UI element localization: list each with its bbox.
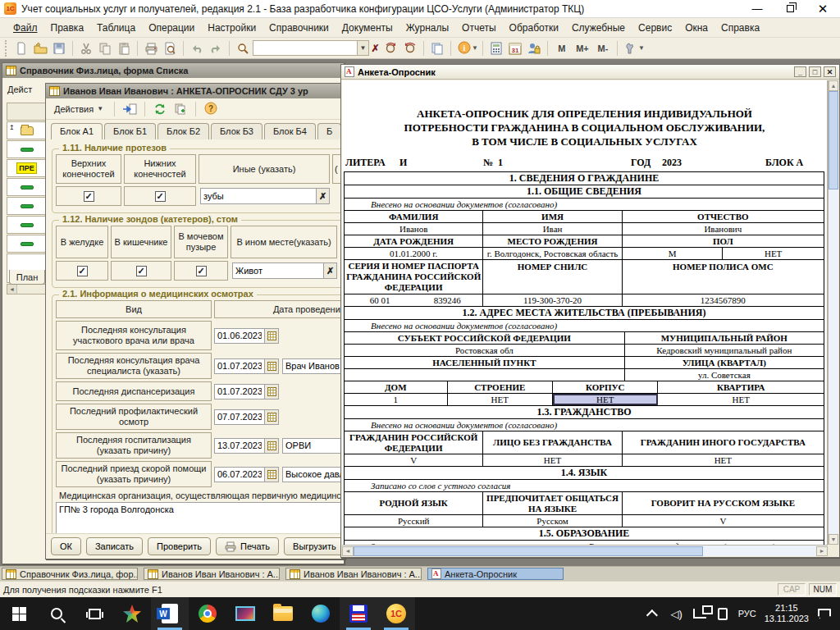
check-button[interactable]: Проверить: [148, 537, 211, 555]
chrome-app-button[interactable]: [189, 597, 226, 630]
wintab-catalog[interactable]: Справочник Физ.лица, фор...: [2, 568, 138, 580]
close-icon[interactable]: ✕: [817, 3, 829, 15]
list-item[interactable]: [7, 178, 47, 196]
print-button[interactable]: Печать: [216, 537, 279, 555]
language-indicator[interactable]: РУС: [738, 609, 756, 619]
year-value[interactable]: 2023: [662, 157, 682, 169]
list-horizontal-scrollbar[interactable]: ◄: [7, 284, 47, 294]
info-dropdown-icon[interactable]: ▼: [472, 44, 478, 52]
list-actions-button[interactable]: Дейст: [7, 84, 32, 94]
ok-button[interactable]: ОК: [51, 537, 81, 555]
list-item[interactable]: [7, 197, 47, 215]
game-app-button[interactable]: [113, 597, 151, 630]
list-item[interactable]: [7, 235, 47, 253]
scroll-down-icon[interactable]: ▼: [829, 534, 838, 545]
copy-new-icon[interactable]: [171, 100, 189, 118]
clear-icon[interactable]: ✗: [317, 188, 330, 204]
open-icon[interactable]: [31, 39, 49, 57]
snils-value[interactable]: 119-300-370-20: [483, 294, 622, 306]
print-icon[interactable]: [142, 39, 160, 57]
exam-date-input[interactable]: [214, 358, 265, 374]
passport-value[interactable]: 60 01839246: [345, 294, 483, 306]
start-button[interactable]: [0, 597, 38, 630]
upper-limbs-checkbox[interactable]: ✓: [84, 191, 94, 202]
number-value[interactable]: 1: [498, 157, 503, 169]
stateless-value[interactable]: НЕТ: [483, 454, 622, 466]
restore-icon[interactable]: [784, 3, 796, 15]
bladder-checkbox[interactable]: ✓: [196, 266, 207, 276]
list-item[interactable]: [7, 216, 47, 234]
menu-service-funcs[interactable]: Служебные: [565, 20, 632, 36]
save-icon[interactable]: [50, 39, 68, 57]
scroll-left-icon[interactable]: ◄: [342, 546, 354, 556]
toolbar-grip[interactable]: [5, 40, 8, 57]
phone-link-button[interactable]: [715, 608, 730, 620]
building-value[interactable]: НЕТ: [448, 394, 553, 405]
word-app-button[interactable]: [151, 597, 189, 630]
menu-documents[interactable]: Документы: [336, 20, 399, 36]
memory-minus-button[interactable]: М-: [593, 43, 613, 53]
list-up-row[interactable]: ↥: [7, 121, 47, 139]
explorer-app-button[interactable]: [264, 597, 302, 630]
report-maximize-icon[interactable]: □: [809, 66, 821, 77]
calendar-picker-icon[interactable]: [265, 358, 279, 374]
menu-help[interactable]: Справка: [714, 20, 766, 36]
find-prev-icon[interactable]: [401, 39, 419, 57]
notification-center-button[interactable]: [817, 609, 832, 619]
plan-tab[interactable]: План: [9, 270, 45, 285]
scroll-up-icon[interactable]: ▲: [829, 80, 838, 91]
edge-app-button[interactable]: [302, 597, 340, 630]
family-value[interactable]: Иванов: [345, 223, 483, 235]
tab-block-a1[interactable]: Блок А1: [51, 123, 103, 139]
vertical-scroll-thumb[interactable]: [829, 91, 838, 189]
sex-male-value[interactable]: М: [623, 248, 724, 259]
wintab-report-active[interactable]: Анкета-Опросник: [427, 568, 564, 580]
calendar-picker-icon[interactable]: [265, 467, 279, 482]
minimize-icon[interactable]: —: [751, 3, 763, 15]
refresh-icon[interactable]: [151, 100, 169, 118]
oms-value[interactable]: 1234567890: [623, 294, 824, 306]
redo-icon[interactable]: [207, 39, 225, 57]
exam-date-input[interactable]: [214, 467, 265, 482]
med-org-textarea[interactable]: ГП№ 3 города Волгодонска: [56, 502, 345, 533]
wintab-ivanov-2[interactable]: Иванов Иван Иванович : А...: [285, 568, 422, 580]
user-lock-icon[interactable]: [525, 39, 543, 57]
wintab-ivanov-1[interactable]: Иванов Иван Иванович : А...: [144, 568, 280, 580]
calendar-picker-icon[interactable]: [265, 409, 279, 425]
exam-extra-input[interactable]: [282, 438, 345, 454]
horizontal-scrollbar[interactable]: ◄ ►: [342, 545, 828, 556]
tab-block-b5[interactable]: Б: [317, 123, 341, 139]
district-value[interactable]: Кедровский муниципальный район: [625, 345, 824, 356]
search-input[interactable]: [253, 40, 358, 56]
info-icon[interactable]: i: [455, 39, 473, 57]
scroll-right-icon[interactable]: ►: [816, 546, 828, 556]
help-icon[interactable]: ?: [202, 100, 220, 118]
report-minimize-icon[interactable]: _: [794, 66, 806, 77]
patronymic-value[interactable]: Иванович: [623, 223, 824, 235]
service-dropdown-icon[interactable]: ▼: [638, 44, 645, 52]
preferred-language-value[interactable]: Русском: [483, 515, 622, 527]
memory-button[interactable]: М: [552, 43, 572, 53]
menu-service[interactable]: Сервис: [632, 20, 678, 36]
birthdate-value[interactable]: 01.01.2000 г.: [345, 248, 483, 259]
list-item-selected[interactable]: ПРЕ: [7, 159, 47, 177]
menu-file[interactable]: Файл: [7, 20, 44, 36]
clear-icon[interactable]: ✗: [324, 262, 337, 279]
calendar-picker-icon[interactable]: [265, 328, 279, 344]
paste-icon[interactable]: [115, 39, 133, 57]
taskbar-search-button[interactable]: [38, 597, 75, 630]
menu-edit[interactable]: Правка: [44, 20, 91, 36]
menu-reports[interactable]: Отчеты: [455, 20, 502, 36]
search-clear-icon[interactable]: ✗: [369, 40, 381, 56]
print-preview-icon[interactable]: [161, 39, 179, 57]
undo-icon[interactable]: [188, 39, 206, 57]
report-window-titlebar[interactable]: Анкета-Опросник _ □ ✕: [341, 65, 839, 80]
report-close-icon[interactable]: ✕: [824, 66, 836, 77]
scroll-left-icon[interactable]: ◄: [7, 285, 17, 294]
foreign-citizen-value[interactable]: НЕТ: [623, 454, 824, 466]
flat-value[interactable]: НЕТ: [658, 394, 823, 405]
clock[interactable]: 21:15 13.11.2023: [765, 603, 809, 624]
native-language-value[interactable]: Русский: [345, 515, 483, 527]
exam-extra-input[interactable]: [282, 358, 345, 374]
export-button[interactable]: Выгрузить: [284, 537, 345, 555]
